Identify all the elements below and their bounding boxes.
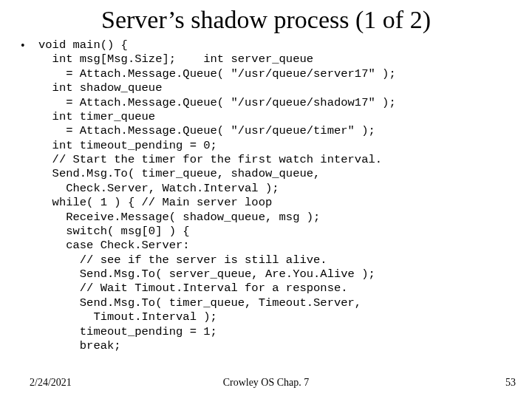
slide-body: • void main() { int msg[Msg.Size]; int s… (0, 38, 532, 353)
slide-title: Server’s shadow process (1 of 2) (0, 0, 532, 38)
footer-page-number: 53 (505, 377, 516, 389)
slide: Server’s shadow process (1 of 2) • void … (0, 0, 532, 399)
footer-center: Crowley OS Chap. 7 (0, 377, 532, 389)
bullet-icon: • (21, 38, 38, 353)
code-block: void main() { int msg[Msg.Size]; int ser… (38, 38, 396, 353)
